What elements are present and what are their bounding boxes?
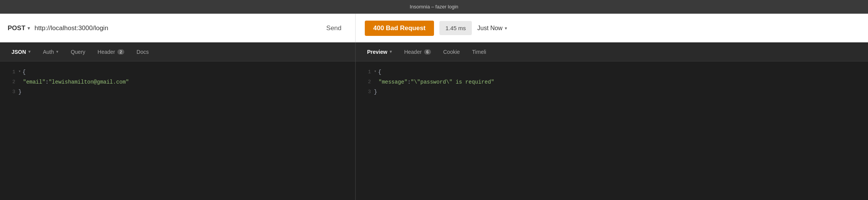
right-panel: Preview ▾ Header 6 Cookie Timeli 1 ▾ { [356,42,868,200]
resp-code-colon-1: : [408,78,411,87]
resp-code-line-2: 2 "message" : "\"password\" is required" [356,77,868,87]
resp-line-num-3: 3 [362,88,371,96]
method-selector[interactable]: POST ▾ [8,24,30,32]
tab-header-left[interactable]: Header 2 [92,46,130,58]
timestamp-selector[interactable]: Just Now ▾ [477,25,507,32]
resp-line-num-2: 2 [362,78,371,86]
url-input[interactable] [34,24,315,32]
line-num-3: 3 [6,88,15,96]
resp-line-toggle-1[interactable]: ▾ [374,68,377,75]
main-content: JSON ▾ Auth ▾ Query Header 2 Docs 1 ▾ [0,42,868,200]
right-tab-bar: Preview ▾ Header 6 Cookie Timeli [356,42,868,61]
resp-code-key-message: "message" [379,78,408,87]
line-num-1: 1 [6,68,15,76]
left-panel: JSON ▾ Auth ▾ Query Header 2 Docs 1 ▾ [0,42,356,200]
url-bar-left: POST ▾ Send [0,14,356,42]
resp-code-brace-close: } [374,88,377,97]
tab-query[interactable]: Query [65,46,91,58]
tab-preview-label: Preview [367,49,387,55]
status-badge: 400 Bad Request [365,21,434,36]
code-brace-open-1: { [23,68,26,77]
method-label: POST [8,24,25,32]
tab-auth-chevron: ▾ [56,49,59,54]
code-value-email: "lewishamilton@gmail.com" [49,78,129,87]
code-line-1: 1 ▾ { [0,68,355,77]
tab-auth-label: Auth [43,49,54,55]
resp-code-brace-open: { [378,68,381,77]
right-code-area: 1 ▾ { 2 "message" : "\"password\" is req… [356,61,868,200]
tab-header-left-label: Header [98,49,115,55]
tab-preview-chevron: ▾ [390,49,392,54]
title-bar: Insomnia – fazer login [0,0,868,14]
code-key-email: "email" [23,78,46,87]
tab-header-left-badge: 2 [117,49,124,55]
line-toggle-1[interactable]: ▾ [18,68,21,75]
code-colon-1: : [46,78,49,87]
left-code-area: 1 ▾ { 2 "email" : "lewishamilton@gmail.c… [0,61,355,200]
tab-docs-label: Docs [137,49,149,55]
title-bar-text: Insomnia – fazer login [410,4,458,10]
tab-json-label: JSON [11,49,26,55]
tab-header-right[interactable]: Header 6 [399,46,436,58]
left-tab-bar: JSON ▾ Auth ▾ Query Header 2 Docs [0,42,355,61]
send-button[interactable]: Send [320,21,348,35]
resp-code-line-3: 3 } [356,87,868,97]
tab-timeline-label: Timeli [472,49,486,55]
tab-json[interactable]: JSON ▾ [6,46,36,58]
method-chevron: ▾ [28,26,30,31]
tab-cookie[interactable]: Cookie [438,46,465,58]
code-line-2: 2 "email" : "lewishamilton@gmail.com" [0,77,355,87]
tab-header-right-badge: 6 [424,49,431,55]
timestamp-chevron: ▾ [505,26,507,31]
tab-json-chevron: ▾ [28,49,31,54]
tab-timeline[interactable]: Timeli [467,46,492,58]
tab-header-right-label: Header [404,49,422,55]
tab-auth[interactable]: Auth ▾ [37,46,64,58]
timing-badge: 1.45 ms [439,21,472,35]
code-line-3: 3 } [0,87,355,97]
tab-docs[interactable]: Docs [131,46,154,58]
resp-code-value-message: "\"password\" is required" [411,78,494,87]
timestamp-label: Just Now [477,25,502,32]
resp-line-num-1: 1 [362,68,371,76]
url-bar-container: POST ▾ Send 400 Bad Request 1.45 ms Just… [0,14,868,42]
tab-cookie-label: Cookie [443,49,460,55]
code-brace-close-1: } [18,88,21,97]
line-num-2: 2 [6,78,15,86]
url-bar-right: 400 Bad Request 1.45 ms Just Now ▾ [356,14,868,42]
tab-preview[interactable]: Preview ▾ [362,46,397,58]
resp-code-line-1: 1 ▾ { [356,68,868,77]
tab-query-label: Query [71,49,85,55]
